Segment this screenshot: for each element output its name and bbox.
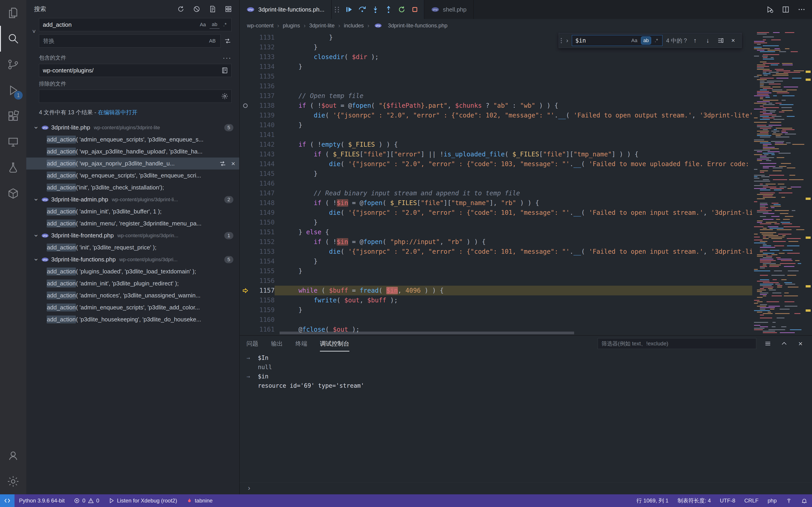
gutter-glyph-margin[interactable] xyxy=(240,81,251,91)
toggle-search-details-icon[interactable]: ··· xyxy=(223,54,232,62)
remote-indicator-icon[interactable] xyxy=(0,494,14,507)
search-file-row[interactable]: ›php3dprint-lite.phpwp-content/plugins/3… xyxy=(26,121,239,133)
code-line[interactable]: 1148 if ( !$in = @fopen( $_FILES["file"]… xyxy=(240,198,752,208)
gutter-glyph-margin[interactable] xyxy=(240,91,251,101)
code-line[interactable]: 1133 closedir( $dir ); xyxy=(240,52,752,62)
code-line[interactable]: 1158 fwrite( $out, $buff ); xyxy=(240,295,752,305)
gutter-glyph-margin[interactable] xyxy=(240,315,251,325)
source-control-icon[interactable] xyxy=(0,52,26,77)
search-file-row[interactable]: ›php3dprint-lite-frontend.phpwp-content/… xyxy=(26,229,239,241)
clear-search-results-icon[interactable] xyxy=(192,5,201,13)
collapse-all-icon[interactable] xyxy=(224,5,233,13)
dismiss-match-icon[interactable]: × xyxy=(231,160,235,168)
search-match-row[interactable]: add_action( 'wp_enqueue_scripts', 'p3dli… xyxy=(26,170,239,181)
find-next-icon[interactable]: ↓ xyxy=(703,37,712,44)
gutter-glyph-margin[interactable] xyxy=(240,286,251,295)
code-area[interactable]: 1131 }1132 }1133 closedir( $dir );1134 }… xyxy=(240,32,752,335)
python-interpreter-status[interactable]: Python 3.9.6 64-bit xyxy=(14,494,69,507)
breadcrumb-item[interactable]: wp-content xyxy=(247,22,273,29)
chevron-down-icon[interactable]: › xyxy=(33,124,40,131)
code-line[interactable]: 1138 if ( !$out = @fopen( "{$filePath}.p… xyxy=(240,101,752,110)
code-line[interactable]: 1136 xyxy=(240,81,752,91)
eol-status[interactable]: CRLF xyxy=(740,494,763,507)
search-icon[interactable] xyxy=(0,26,26,52)
toggle-replace-chevron[interactable]: ˅ xyxy=(29,18,39,48)
panel-tab-调试控制台[interactable]: 调试控制台 xyxy=(320,336,349,351)
split-editor-icon[interactable] xyxy=(782,5,790,13)
search-match-row[interactable]: add_action( 'init', 'p3dlite_request_pri… xyxy=(26,241,239,253)
debug-toolbar-grip[interactable] xyxy=(335,7,340,12)
code-line[interactable]: 1141 xyxy=(240,130,752,139)
exclude-settings-gear-icon[interactable] xyxy=(221,92,229,100)
overview-ruler[interactable] xyxy=(804,32,812,335)
panel-close-icon[interactable]: × xyxy=(796,340,805,348)
preserve-case-toggle[interactable]: AB xyxy=(207,37,218,45)
breadcrumb-item[interactable]: includes xyxy=(344,22,364,29)
code-line[interactable]: 1142 if ( !empty( $_FILES ) ) { xyxy=(240,139,752,150)
run-and-debug-icon[interactable]: 1 xyxy=(0,77,26,103)
debug-step-out-icon[interactable] xyxy=(383,4,395,15)
code-line[interactable]: 1134 } xyxy=(240,62,752,71)
problems-status[interactable]: 0 0 xyxy=(69,494,104,507)
code-line[interactable]: 1150 } xyxy=(240,218,752,227)
gutter-glyph-margin[interactable] xyxy=(240,266,251,276)
code-line[interactable]: 1145 } xyxy=(240,169,752,179)
gutter-glyph-margin[interactable] xyxy=(240,130,251,139)
code-line[interactable]: 1149 die( '{"jsonrpc" : "2.0", "error" :… xyxy=(240,208,752,218)
toggle-replace-icon[interactable]: › xyxy=(566,37,568,44)
gutter-glyph-margin[interactable] xyxy=(240,325,251,334)
code-line[interactable]: 1160 xyxy=(240,315,752,325)
tab-3dprint-lite-functions[interactable]: php 3dprint-lite-functions.ph... xyxy=(240,0,332,19)
open-editors-book-icon[interactable] xyxy=(221,66,229,74)
search-input[interactable] xyxy=(43,21,196,28)
panel-tab-终端[interactable]: 终端 xyxy=(295,336,307,351)
gutter-glyph-margin[interactable] xyxy=(240,110,251,120)
search-match-row[interactable]: add_action( 'admin_enqueue_scripts', 'p3… xyxy=(26,133,239,146)
search-match-row[interactable]: add_action( 'p3dlite_housekeeping', 'p3d… xyxy=(26,314,239,326)
panel-menu-icon[interactable] xyxy=(763,340,773,347)
gutter-glyph-margin[interactable] xyxy=(240,179,251,188)
gutter-glyph-margin[interactable] xyxy=(240,247,251,257)
code-line[interactable]: 1153 die( '{"jsonrpc" : "2.0", "error" :… xyxy=(240,247,752,257)
search-file-row[interactable]: ›php3dprint-lite-admin.phpwp-content/plu… xyxy=(26,193,239,206)
chevron-down-icon[interactable]: › xyxy=(33,256,40,263)
chevron-down-icon[interactable]: › xyxy=(33,196,40,203)
open-in-editor-link[interactable]: 在编辑器中打开 xyxy=(98,109,138,115)
cursor-position-status[interactable]: 行 1069, 列 1 xyxy=(632,494,673,507)
code-line[interactable]: 1156 xyxy=(240,276,752,286)
explorer-icon[interactable] xyxy=(0,0,26,26)
gutter-glyph-margin[interactable] xyxy=(240,120,251,130)
gutter-glyph-margin[interactable] xyxy=(240,227,251,237)
gutter-glyph-margin[interactable] xyxy=(240,150,251,159)
settings-gear-icon[interactable] xyxy=(0,468,26,494)
code-line[interactable]: 1155 } xyxy=(240,266,752,276)
gutter-glyph-margin[interactable] xyxy=(240,188,251,198)
package-icon[interactable] xyxy=(0,181,26,207)
minimap[interactable] xyxy=(752,32,804,335)
extensions-icon[interactable] xyxy=(0,103,26,129)
gutter-glyph-margin[interactable] xyxy=(240,139,251,150)
code-line[interactable]: 1154 } xyxy=(240,257,752,266)
gutter-glyph-margin[interactable] xyxy=(240,62,251,71)
notifications-bell-icon[interactable] xyxy=(797,494,812,507)
find-regex-toggle[interactable]: .* xyxy=(653,37,660,44)
xdebug-launch-status[interactable]: Listen for Xdebug (root2) xyxy=(104,494,182,507)
breadcrumb-item[interactable]: 3dprint-lite-functions.php xyxy=(388,22,448,29)
gutter-glyph-margin[interactable] xyxy=(240,276,251,286)
debug-continue-icon[interactable] xyxy=(343,4,355,15)
replace-all-icon[interactable] xyxy=(224,37,232,45)
find-in-selection-icon[interactable] xyxy=(716,37,725,44)
debug-step-into-icon[interactable] xyxy=(369,4,381,15)
gutter-glyph-margin[interactable] xyxy=(240,305,251,315)
console-filter-input[interactable] xyxy=(602,340,752,347)
code-line[interactable]: 1140 } xyxy=(240,120,752,130)
gutter-glyph-margin[interactable] xyxy=(240,257,251,266)
network-icon[interactable] xyxy=(781,494,797,507)
match-case-toggle[interactable]: Aa xyxy=(198,21,208,29)
panel-tab-输出[interactable]: 输出 xyxy=(271,336,283,351)
gutter-glyph-margin[interactable] xyxy=(240,101,251,110)
code-line[interactable]: 1135 xyxy=(240,71,752,81)
debug-console-repl-input[interactable]: › xyxy=(240,483,812,493)
horizontal-scrollbar[interactable] xyxy=(280,332,574,334)
regex-toggle[interactable]: .* xyxy=(221,21,229,29)
